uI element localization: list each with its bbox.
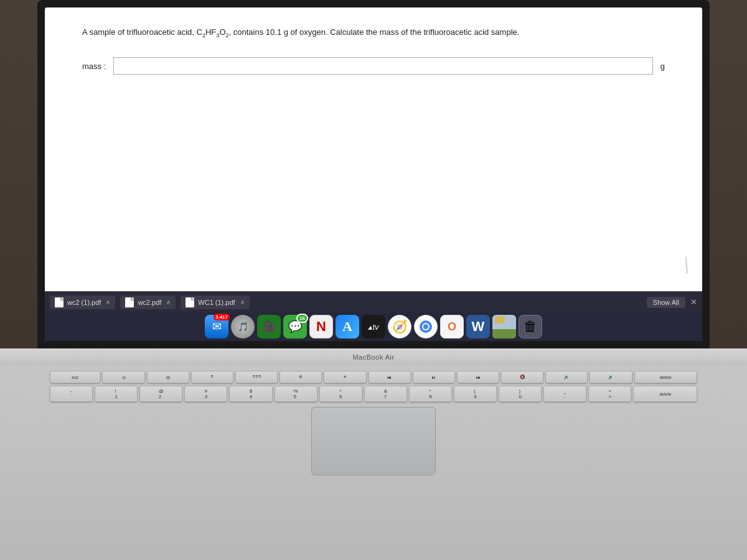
dock-icon-photos[interactable] [492,315,516,338]
key-6[interactable]: ^6 [319,386,362,402]
news-icon: N [316,319,326,335]
key-f12[interactable]: 🔊 [590,371,632,383]
key-delete-fn[interactable]: delete [634,371,697,383]
key-f1[interactable] [102,371,144,383]
key-f9[interactable]: ⏭ [457,371,499,383]
key-backtick[interactable]: ~` [50,386,93,402]
dock-icon-news[interactable]: N [309,315,333,338]
chevron-2[interactable]: ∧ [166,299,171,306]
keyboard-label-bar: MacBook Air [0,348,747,366]
key-f3[interactable]: ⠿ [191,371,233,383]
svg-point-2 [423,324,428,329]
key-9[interactable]: (9 [454,386,497,402]
key-f11[interactable]: 🔉 [545,371,588,383]
dock-icon-siri[interactable]: 🎵 [231,315,255,338]
dock-icon-word[interactable]: W [466,315,490,338]
document-area: A sample of trifluoroacetic acid, C2HF3O… [45,7,702,291]
dock-icon-appletv[interactable]: ▴tv [362,315,385,338]
preview-icon: O [448,320,456,334]
chevron-1[interactable]: ∧ [106,299,110,306]
dock: ✉ 3,417 🎵 🎥 💬 16 [45,312,702,341]
screen-bezel: A sample of trifluoroacetic acid, C2HF3O… [37,0,710,348]
trash-icon: 🗑 [524,319,537,335]
screen-content: A sample of trifluoroacetic acid, C2HF3O… [45,7,702,341]
dock-icon-messages[interactable]: 💬 16 [283,315,307,338]
mass-label: mass : [82,62,106,71]
download-item-wc2[interactable]: wc2.pdf ∧ [120,296,176,309]
key-3[interactable]: #3 [184,386,227,402]
number-row: ~` !1 @2 #3 $4 %5 ^6 &7 *8 (9 )0 _- += d… [50,386,697,402]
key-delete[interactable]: delete [633,386,697,402]
key-f6[interactable]: ☀ [324,371,366,383]
macbook-brand-label: MacBook Air [352,353,394,361]
appstore-icon: A [342,319,352,335]
download-item-label-2: wc2.pdf [138,299,161,306]
show-all-button[interactable]: Show All [647,297,685,308]
dock-icon-chrome[interactable] [414,315,438,338]
safari-icon: 🧭 [392,319,408,334]
download-bar-right: Show All ✕ [647,297,697,308]
mass-row: mass : g [82,57,665,75]
laptop-body: A sample of trifluoroacetic acid, C2HF3O… [0,0,747,560]
key-f8[interactable]: ⏯ [413,371,455,383]
key-f10[interactable]: 🔇 [501,371,543,383]
chevron-3[interactable]: ∧ [240,299,245,306]
mass-input[interactable] [113,57,652,75]
key-f7[interactable]: ⏮ [369,371,411,383]
dock-icon-mail[interactable]: ✉ 3,417 [205,315,228,338]
dock-icon-facetime[interactable]: 🎥 [257,315,281,338]
mail-badge: 3,417 [214,314,230,320]
key-minus[interactable]: _- [543,386,586,402]
keyboard-area: MacBook Air esc ⠿ ⠿⠿⠿ ✲ ☀ ⏮ ⏯ ⏭ 🔇 🔉 [0,348,747,560]
mail-icon: ✉ [212,320,222,334]
key-f2[interactable] [147,371,189,383]
key-2[interactable]: @2 [139,386,182,402]
messages-badge: 16 [296,314,308,323]
key-7[interactable]: &7 [364,386,407,402]
key-8[interactable]: *8 [409,386,452,402]
fn-row: esc ⠿ ⠿⠿⠿ ✲ ☀ ⏮ ⏯ ⏭ 🔇 🔉 🔊 delete [50,371,697,383]
key-f4[interactable]: ⠿⠿⠿ [235,371,278,383]
mass-unit: g [660,62,665,71]
question-text: A sample of trifluoroacetic acid, C2HF3O… [82,26,665,40]
close-downloads-button[interactable]: ✕ [690,297,697,307]
facetime-icon: 🎥 [262,320,276,334]
keyboard-inner: esc ⠿ ⠿⠿⠿ ✲ ☀ ⏮ ⏯ ⏭ 🔇 🔉 🔊 delete [0,366,747,480]
doc-icon-3 [186,297,194,307]
doc-icon-2 [125,297,134,307]
key-0[interactable]: )0 [499,386,542,402]
chrome-icon [418,319,433,334]
trackpad[interactable] [311,407,436,475]
appletv-icon: ▴tv [368,322,378,332]
doc-icon-1 [55,297,63,307]
key-f5[interactable]: ✲ [280,371,322,383]
dock-icon-trash[interactable]: 🗑 [519,315,542,338]
download-item-label-1: wc2 (1).pdf [67,299,101,306]
dock-icon-safari[interactable]: 🧭 [388,315,411,338]
download-item-label-3: WC1 (1).pdf [198,299,235,306]
taskbar: wc2 (1).pdf ∧ wc2.pdf ∧ WC1 (1).pdf ∧ [45,291,702,341]
key-5[interactable]: %5 [275,386,317,402]
document-content: A sample of trifluoroacetic acid, C2HF3O… [45,7,702,291]
download-item-wc1-1[interactable]: WC1 (1).pdf ∧ [181,296,249,309]
siri-icon: 🎵 [238,322,248,332]
word-icon: W [472,319,485,335]
dock-icon-preview[interactable]: O [440,315,464,338]
key-esc[interactable]: esc [50,371,100,383]
key-1[interactable]: !1 [95,386,138,402]
key-equals[interactable]: += [588,386,631,402]
dock-icon-appstore[interactable]: A [336,315,359,338]
key-4[interactable]: $4 [229,386,272,402]
download-bar: wc2 (1).pdf ∧ wc2.pdf ∧ WC1 (1).pdf ∧ [45,291,702,312]
download-item-wc2-1[interactable]: wc2 (1).pdf ∧ [50,296,115,309]
